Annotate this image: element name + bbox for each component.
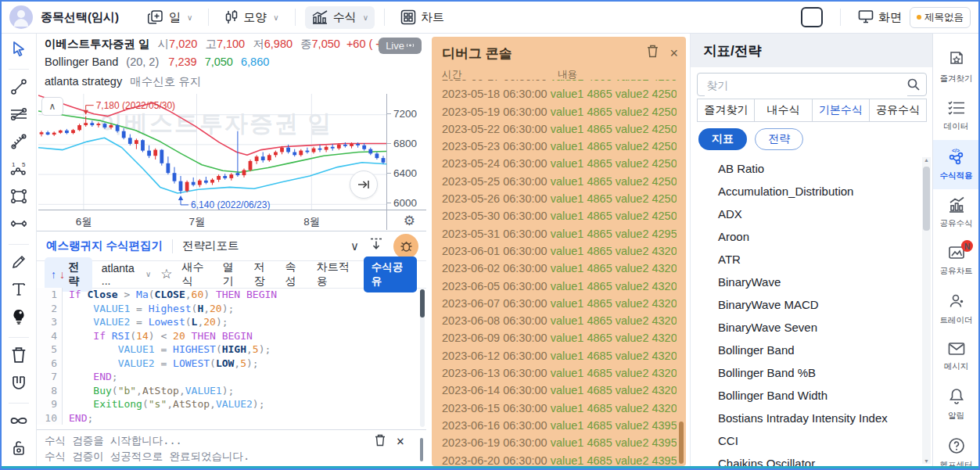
list-item[interactable]: BinaryWave Seven [691,316,919,339]
share-formula-button[interactable]: 수식공유 [364,257,417,292]
favorite-star-icon[interactable]: ☆ [160,266,172,282]
tab-내수식[interactable]: 내수식 [755,99,812,121]
list-item[interactable]: BinaryWave [691,271,919,293]
list-item[interactable]: ATR [691,248,919,271]
list-item[interactable]: Aroon [691,225,919,248]
sidebar-item-공유수식[interactable]: 공유수식 [933,189,979,237]
tab-기본수식[interactable]: 기본수식 [813,99,870,121]
strategy-chip-label: 전략 [68,260,86,289]
tab-즐겨찾기[interactable]: 즐겨찾기 [698,99,755,121]
list-item[interactable]: CCI [691,429,919,452]
tool-parallel-lines[interactable] [7,106,31,126]
editor-button-열기[interactable]: 열기 [223,260,242,289]
clear-console-trash-icon[interactable] [647,45,659,61]
sidebar-item-트레이더[interactable]: 트레이더 [933,285,979,334]
layout-button[interactable] [801,7,823,27]
sidebar-item-알림[interactable]: 알림 [933,380,979,429]
tool-range[interactable] [7,215,31,235]
editor-button-새수식[interactable]: 새수식 [181,260,210,289]
tool-magnet[interactable] [7,374,31,394]
sidebar-item-label: 수식적용 [940,170,973,181]
list-item[interactable]: Chaikins Oscillator [691,452,919,466]
tool-cursor[interactable] [7,40,31,60]
list-item[interactable]: ADX [691,203,919,225]
debug-bug-button[interactable] [393,234,418,259]
tool-idea[interactable] [7,308,31,328]
tool-sync[interactable] [7,412,31,432]
time-axis[interactable]: ⚙ 6월7월8월 [38,210,426,231]
strategy-mode-chip[interactable]: ↑↓전략 [45,257,92,292]
toolbar-item-수식[interactable]: 수식∨ [305,6,375,29]
sidebar-item-즐겨찾기[interactable]: 즐겨찾기 [933,43,979,92]
output-scrollbar[interactable] [420,438,423,461]
jump-to-latest-button[interactable] [350,170,378,199]
indicator-name[interactable]: Bollinger Band [45,56,118,68]
scroll-thumb[interactable] [923,167,930,231]
list-item[interactable]: Bollinger Band [691,339,919,361]
editor-button-속성[interactable]: 속성 [285,260,304,289]
clear-output-trash-icon[interactable] [375,434,386,449]
toolbar-item-일[interactable]: 일∨ [141,5,199,29]
close-output-icon[interactable]: × [397,435,404,448]
sidebar-item-데이터[interactable]: 데이터 [933,92,979,140]
tool-rect-shape[interactable] [7,188,31,208]
editor-button-저장[interactable]: 저장 [254,260,273,289]
chart-plot[interactable]: 이베스트투자증권 일 7,180 (2022/05/30)6,140 (2022… [38,94,386,210]
formula-dropdown[interactable]: atlanta ...∨ [102,262,151,287]
list-scrollbar[interactable]: ▲▼ [922,157,931,464]
strategy-name[interactable]: atlanta strategy [45,75,122,88]
debug-row-time: 2023-05-17 06:30:00 [442,80,547,83]
sidebar-item-헬프센터[interactable]: 헬프센터 [933,429,979,470]
list-item[interactable]: Bollinger Band %B [691,361,919,384]
strategy-report-tab[interactable]: 전략리포트 [182,239,239,253]
editor-title-tab[interactable]: 예스랭귀지 수식편집기 [46,239,163,253]
sidebar-item-메시지[interactable]: 메시지 [933,334,979,380]
tool-lock[interactable] [7,440,31,460]
debug-rows[interactable]: 2023-05-17 06:30:00 value1 4865 value2 4… [442,80,677,465]
debug-console-title: 디버그 콘솔 [442,45,512,63]
list-item[interactable]: Accumulation_Distribution [691,180,919,203]
editor-button-차트적용[interactable]: 차트적용 [317,260,354,289]
collapse-button[interactable]: ∧ [41,97,63,116]
tool-wave-count[interactable]: 15 [7,160,31,181]
scroll-up-icon[interactable]: ▲ [922,157,931,163]
list-item[interactable]: Bostians Intraday Intensity Index [691,407,919,429]
tool-text[interactable] [7,281,31,301]
sidebar-item-공유차트[interactable]: 공유차트N [933,237,979,285]
formula-source-tabs: 즐겨찾기내수식기본수식공유수식 [697,99,927,122]
list-item[interactable]: BinaryWave MACD [691,293,919,316]
code-scrollbar[interactable] [420,289,425,427]
code-editor[interactable]: 1If Close > Ma(CLOSE,60) THEN BEGIN2 VAL… [37,288,426,429]
search-input[interactable] [705,74,907,96]
tool-hatch-line[interactable] [7,133,31,153]
list-item[interactable]: AB Ratio [691,157,919,180]
sidebar-item-수식적용[interactable]: </>수식적용 [933,140,979,189]
chart-settings-gear-icon[interactable]: ⚙ [404,213,415,229]
tab-공유수식[interactable]: 공유수식 [870,99,926,121]
debug-scrollbar-thumb[interactable] [679,422,684,464]
debug-row: 2023-06-01 06:30:00 value1 4865 value2 4… [442,242,677,260]
screen-button[interactable]: 화면 [858,9,902,26]
tool-delete[interactable] [7,346,31,367]
list-item[interactable]: Bollinger Band Width [691,384,919,407]
tool-pencil[interactable] [7,253,31,274]
search-icon[interactable] [906,77,921,95]
tool-trend-line[interactable] [7,78,31,99]
pill-전략[interactable]: 전략 [755,128,803,150]
symbol-name[interactable]: 이베스트투자증권 일 [45,38,150,50]
avatar[interactable] [9,5,33,29]
lock-icon [11,440,27,460]
code-line: 7 END; [37,370,426,384]
live-badge[interactable]: Live [379,38,422,54]
pill-지표[interactable]: 지표 [698,128,747,150]
toolbar-item-차트[interactable]: 차트 [394,5,451,29]
scroll-down-icon[interactable]: ▼ [922,458,931,464]
toolbar-item-모양[interactable]: 모양∨ [218,5,285,29]
import-icon[interactable] [370,238,382,255]
debug-row: 2023-06-13 06:30:00 value1 4685 value2 4… [442,364,677,382]
untitled-button[interactable]: 제목없음 [910,7,971,28]
close-console-icon[interactable]: × [669,46,678,60]
price-axis[interactable]: 7200680064006000 [387,94,426,210]
debug-row: 2023-06-09 06:30:00 value1 4865 value2 4… [442,329,677,346]
chevron-down-icon[interactable]: ∨ [350,239,359,253]
